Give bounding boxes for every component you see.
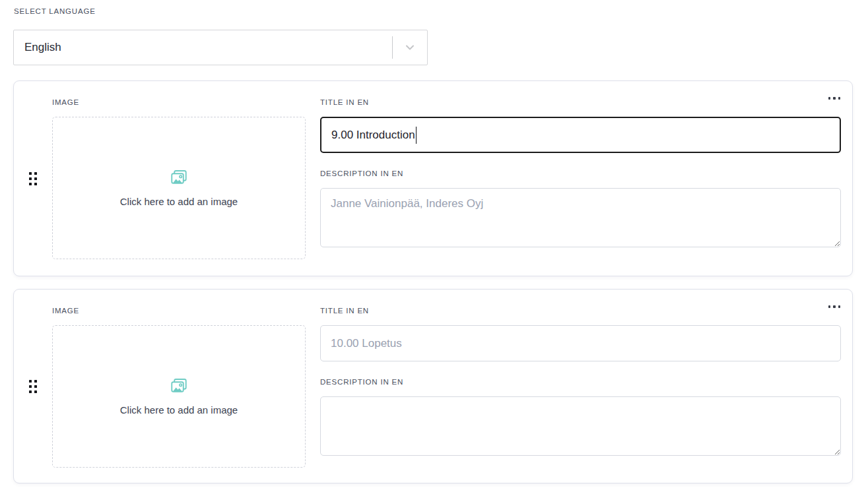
- description-label: DESCRIPTION IN EN: [320, 378, 841, 387]
- dropzone-text: Click here to add an image: [120, 404, 238, 416]
- more-options-button[interactable]: [828, 94, 841, 102]
- drag-gutter: [14, 81, 52, 276]
- chevron-down-icon: [393, 41, 427, 54]
- language-select[interactable]: English: [13, 30, 428, 65]
- drag-gutter: [14, 290, 52, 483]
- drag-handle-icon[interactable]: [29, 380, 37, 393]
- language-selected-value: English: [14, 41, 392, 54]
- title-input[interactable]: [320, 325, 841, 361]
- fields-column: TITLE IN EN DESCRIPTION IN EN: [320, 98, 841, 259]
- schedule-item-card: IMAGE Click here to add an image TITLE I…: [13, 289, 853, 483]
- card-body: IMAGE Click here to add an image TITLE I…: [52, 81, 852, 276]
- title-label: TITLE IN EN: [320, 307, 841, 315]
- title-input[interactable]: [320, 117, 841, 153]
- image-label: IMAGE: [52, 98, 306, 107]
- text-caret: [416, 127, 417, 144]
- description-textarea[interactable]: [320, 188, 841, 247]
- title-label: TITLE IN EN: [320, 98, 841, 107]
- image-upload-dropzone[interactable]: Click here to add an image: [52, 117, 306, 259]
- image-column: IMAGE Click here to add an image: [52, 98, 306, 259]
- card-body: IMAGE Click here to add an image TITLE I…: [52, 290, 852, 483]
- description-label: DESCRIPTION IN EN: [320, 170, 841, 178]
- description-textarea[interactable]: [320, 396, 841, 456]
- image-upload-dropzone[interactable]: Click here to add an image: [52, 325, 306, 468]
- fields-column: TITLE IN EN DESCRIPTION IN EN: [320, 307, 841, 466]
- title-input-wrap: [320, 117, 841, 153]
- select-language-label: SELECT LANGUAGE: [14, 7, 868, 16]
- images-icon: [170, 377, 188, 396]
- dropzone-text: Click here to add an image: [120, 196, 238, 207]
- schedule-item-card: IMAGE Click here to add an image TITLE I…: [13, 80, 853, 276]
- images-icon: [170, 169, 188, 187]
- image-label: IMAGE: [52, 307, 306, 315]
- schedule-editor-page: SELECT LANGUAGE English IMAGE: [0, 0, 868, 483]
- more-options-button[interactable]: [828, 303, 841, 311]
- image-column: IMAGE Click here to add an image: [52, 307, 306, 466]
- title-input-wrap: [320, 325, 841, 361]
- drag-handle-icon[interactable]: [29, 172, 37, 185]
